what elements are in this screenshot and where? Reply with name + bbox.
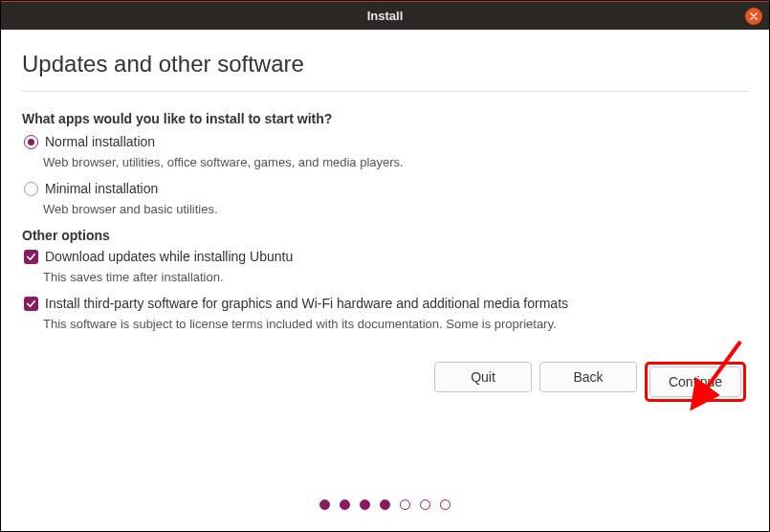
thirdparty-label: Install third-party software for graphic…: [45, 296, 568, 311]
page-title: Updates and other software: [22, 51, 748, 92]
normal-install-label: Normal installation: [45, 134, 155, 149]
check-icon: [26, 252, 36, 262]
checkbox-updates[interactable]: [24, 250, 38, 264]
continue-button[interactable]: Continue: [649, 366, 741, 397]
download-updates-label: Download updates while installing Ubuntu: [45, 249, 293, 264]
apps-question: What apps would you like to install to s…: [22, 111, 748, 126]
progress-dot: [380, 499, 390, 510]
thirdparty-option[interactable]: Install third-party software for graphic…: [24, 296, 748, 311]
quit-button[interactable]: Quit: [434, 362, 532, 392]
window-title: Install: [367, 9, 404, 23]
minimal-install-desc: Web browser and basic utilities.: [43, 202, 748, 216]
minimal-install-label: Minimal installation: [45, 181, 158, 196]
checkbox-thirdparty[interactable]: [24, 297, 38, 311]
continue-highlight: Continue: [645, 362, 746, 402]
progress-dot: [400, 499, 410, 510]
check-icon: [26, 299, 36, 309]
progress-dot: [360, 499, 370, 510]
content-area: Updates and other software What apps wou…: [1, 30, 769, 402]
progress-dot: [319, 499, 330, 510]
download-updates-option[interactable]: Download updates while installing Ubuntu: [24, 249, 748, 264]
radio-minimal[interactable]: [24, 182, 38, 196]
minimal-install-option[interactable]: Minimal installation: [24, 181, 748, 196]
radio-normal[interactable]: [24, 135, 38, 149]
other-options-label: Other options: [22, 228, 748, 243]
progress-dot: [440, 499, 451, 510]
normal-install-desc: Web browser, utilities, office software,…: [43, 155, 748, 169]
progress-dots: [1, 499, 769, 510]
progress-dot: [340, 499, 350, 510]
normal-install-option[interactable]: Normal installation: [24, 134, 748, 149]
progress-dot: [420, 499, 430, 510]
button-row: Quit Back Continue: [22, 362, 748, 402]
close-icon: [750, 12, 758, 20]
thirdparty-desc: This software is subject to license term…: [43, 317, 748, 331]
close-button[interactable]: [745, 8, 762, 25]
download-updates-desc: This saves time after installation.: [43, 270, 748, 284]
back-button[interactable]: Back: [539, 362, 637, 392]
titlebar: Install: [1, 1, 769, 30]
